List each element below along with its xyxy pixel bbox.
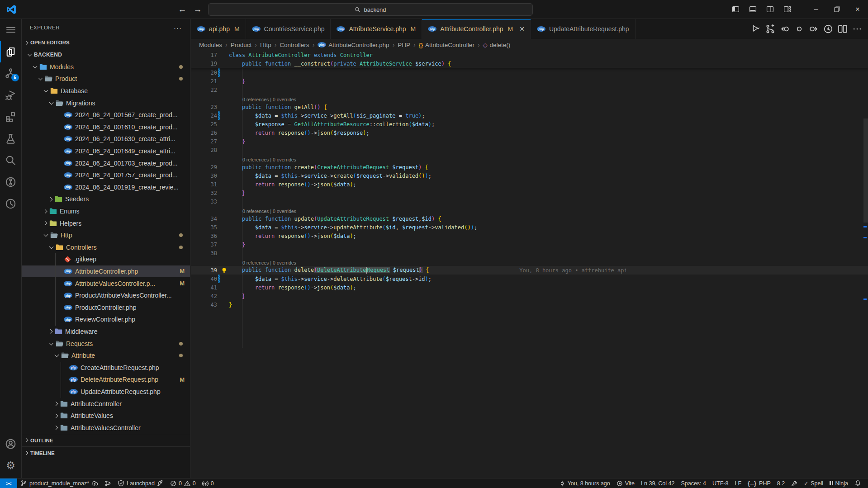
activity-item-extensions[interactable] [0,106,22,128]
codelens-label[interactable]: 0 references | 0 overrides [229,208,296,214]
editor-action-next-change[interactable] [807,23,820,35]
timeline-section[interactable]: TIMELINE [22,446,190,459]
nav-forward-button[interactable]: → [190,3,205,16]
activity-item-explorer[interactable] [0,41,22,62]
activity-item-run-debug[interactable] [0,84,22,106]
tree-item-2024-06-24-001757-create-prod-[interactable]: php2024_06_24_001757_create_prod... [22,169,190,181]
tree-item-http[interactable]: Http [22,229,190,242]
breadcrumb-item-modules[interactable]: Modules [199,42,222,48]
customize-layout-button[interactable] [778,3,796,16]
status-eol[interactable]: LF [731,479,745,488]
status-problems[interactable]: 00 [167,479,199,488]
tree-item-2024-06-24-001703-create-prod-[interactable]: php2024_06_24_001703_create_prod... [22,157,190,169]
tree-item-createattributerequest-php[interactable]: phpCreateAttributeRequest.php [22,361,190,374]
minimize-button[interactable]: ─ [806,0,826,19]
status-ninja[interactable]: Ninja [826,479,851,488]
activity-item-testing[interactable] [0,128,22,149]
tree-item-attributevaluescontroller-p-[interactable]: phpAttributeValuesController.p...M [22,277,190,289]
tree-item-controllers[interactable]: Controllers [22,242,190,254]
tree-root-backend[interactable]: BACKEND [22,49,190,61]
tree-item-attribute[interactable]: Attribute [22,350,190,362]
status-encoding[interactable]: UTF-8 [709,479,731,488]
open-editors-section[interactable]: OPEN EDITORS [22,36,190,49]
tree-item-updateattributerequest-php[interactable]: phpUpdateAttributeRequest.php [22,386,190,398]
tree-item-attributevalues[interactable]: AttributeValues [22,410,190,422]
breadcrumb-item-http[interactable]: Http [260,42,271,48]
tree-item-enums[interactable]: Enums [22,205,190,218]
activity-item-source-control[interactable]: 5 [0,62,22,84]
editor-action-previous-change[interactable] [778,23,791,35]
command-center-search[interactable]: backend [208,3,533,16]
scrollbar[interactable] [863,118,868,223]
activity-item-gitlens-inspect[interactable] [0,193,22,214]
tree-item-productcontroller-php[interactable]: phpProductController.php [22,301,190,313]
tree-item-deleteattributerequest-php[interactable]: phpDeleteAttributeRequest.phpM [22,374,190,386]
status-indentation[interactable]: Spaces: 4 [678,479,709,488]
status-ports[interactable]: 0 [199,479,217,488]
tree-item-helpers[interactable]: Helpers [22,217,190,229]
close-window-button[interactable]: ✕ [847,0,868,19]
activity-item-account[interactable] [0,433,22,455]
codelens-label[interactable]: 0 references | 0 overrides [229,97,296,103]
status-git-graph[interactable] [101,479,114,488]
tree-item-middleware[interactable]: Middleware [22,326,190,338]
tab-updateattributerequest-php[interactable]: phpUpdateAttributeRequest.php [531,19,636,39]
editor-action-git-graph[interactable] [764,23,777,35]
tree-item-2024-06-24-001649-create-attri-[interactable]: php2024_06_24_001649_create_attri... [22,145,190,157]
tree-item-product[interactable]: Product [22,73,190,85]
tab-attributecontroller-php[interactable]: phpAttributeController.phpM✕ [422,19,531,39]
breadcrumb-item-controllers[interactable]: Controllers [280,42,309,48]
codelens-label[interactable]: 0 references | 0 overrides [229,260,296,266]
tree-item-2024-06-24-001630-create-attri-[interactable]: php2024_06_24_001630_create_attri... [22,133,190,145]
editor-action-run-or-debug[interactable] [749,23,762,35]
activity-item-search[interactable] [0,149,22,171]
tab-countriesservice-php[interactable]: phpCountriesService.php [246,19,331,39]
tab-attributeservice-php[interactable]: phpAttributeService.phpM [331,19,422,39]
activity-item-gitlens[interactable] [0,171,22,193]
status-branch[interactable]: product_module_moaz* [17,479,101,488]
tree-item-reviewcontroller-php[interactable]: phpReviewController.php [22,313,190,326]
codelens-label[interactable]: 0 references | 0 overrides [229,157,296,163]
code-editor[interactable]: 17class AttributeController extends Cont… [191,51,868,478]
tree-item-attributecontroller-php[interactable]: phpAttributeController.phpM [22,265,190,278]
lightbulb-icon[interactable] [221,267,228,274]
toggle-secondary-sidebar-button[interactable] [761,3,778,16]
tree-item-2024-06-24-001610-create-prod-[interactable]: php2024_06_24_001610_create_prod... [22,121,190,133]
editor-action-more-actions[interactable] [851,23,863,35]
tree-item-2024-06-24-001567-create-prod-[interactable]: php2024_06_24_001567_create_prod... [22,109,190,121]
status-vite[interactable]: Vite [613,479,638,488]
status-php-version[interactable]: 8.2 [774,479,788,488]
editor-action-split-editor[interactable] [836,23,849,35]
status-spell[interactable]: ✓Spell [801,479,826,488]
restore-button[interactable] [826,0,847,19]
tab-close-icon[interactable]: ✕ [519,25,525,33]
tree-item-modules[interactable]: Modules [22,61,190,73]
status-launchpad[interactable]: Launchpad [114,479,167,488]
status-language[interactable]: {..}PHP [745,479,774,488]
tree-item-seeders[interactable]: Seeders [22,193,190,205]
activity-item-menu[interactable] [0,19,22,41]
tree-item--gitkeep[interactable]: .gitkeep [22,253,190,265]
breadcrumb-item-product[interactable]: Product [231,42,252,48]
toggle-sidebar-button[interactable] [727,3,744,16]
status-cursor-position[interactable]: Ln 39, Col 42 [638,479,678,488]
activity-item-settings[interactable]: ⚙ [0,455,22,476]
tree-item-requests[interactable]: Requests [22,337,190,350]
outline-section[interactable]: OUTLINE [22,434,190,446]
breadcrumb-item-attributecontroller[interactable]: {}AttributeController [419,42,474,48]
tree-item-attributecontroller[interactable]: AttributeController [22,398,190,410]
toggle-panel-button[interactable] [744,3,761,16]
status-blame[interactable]: You, 8 hours ago [556,479,613,488]
tab-api-php[interactable]: phpapi.phpM [191,19,246,39]
tree-item-database[interactable]: Database [22,85,190,97]
tree-item-2024-06-24-001919-create-revie-[interactable]: php2024_06_24_001919_create_revie... [22,181,190,194]
status-notifications[interactable] [851,479,864,488]
status-intelephense[interactable] [788,479,801,488]
tree-item-migrations[interactable]: Migrations [22,97,190,109]
nav-back-button[interactable]: ← [175,3,190,16]
breadcrumb-item-delete-[interactable]: ◇delete() [483,42,511,48]
remote-indicator[interactable]: >< [0,479,17,488]
breadcrumb-item-php[interactable]: PHP [398,42,410,48]
tree-item-attributevaluescontroller[interactable]: AttributeValuesController [22,422,190,434]
breadcrumb-item-attributecontroller-php[interactable]: phpAttributeController.php [318,42,389,48]
